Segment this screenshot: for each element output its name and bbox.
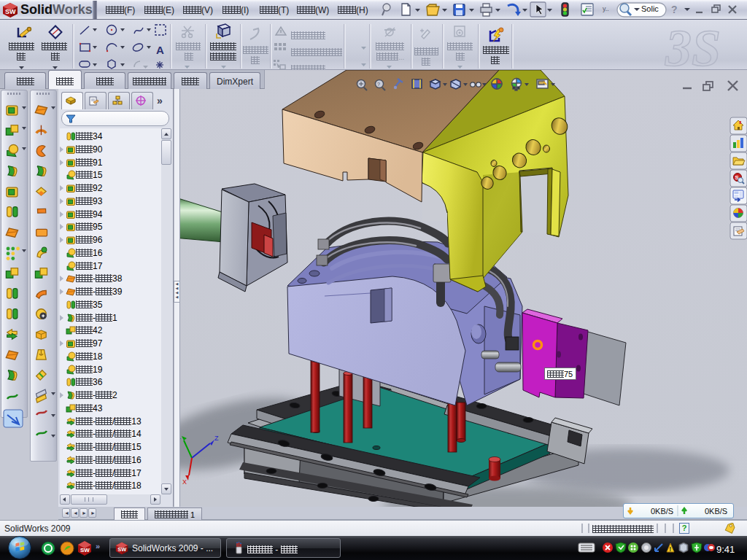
svg-text:3S: 3S xyxy=(665,20,721,72)
svg-text:SW: SW xyxy=(117,546,126,553)
svg-text:?: ? xyxy=(671,4,678,15)
svg-text:Z: Z xyxy=(214,435,219,442)
svg-text:y..: y.. xyxy=(603,5,609,12)
svg-text:SW: SW xyxy=(80,547,90,553)
svg-text:0KB/S: 0KB/S xyxy=(651,507,673,516)
svg-text:»: » xyxy=(96,542,100,551)
svg-text:SW: SW xyxy=(5,8,16,15)
svg-text:Solic: Solic xyxy=(641,4,659,13)
svg-text:0KB/S: 0KB/S xyxy=(705,507,727,516)
svg-text:?: ? xyxy=(377,82,380,87)
svg-text:!: ! xyxy=(669,545,671,553)
svg-text:X: X xyxy=(182,478,187,486)
svg-text:A: A xyxy=(156,44,164,56)
